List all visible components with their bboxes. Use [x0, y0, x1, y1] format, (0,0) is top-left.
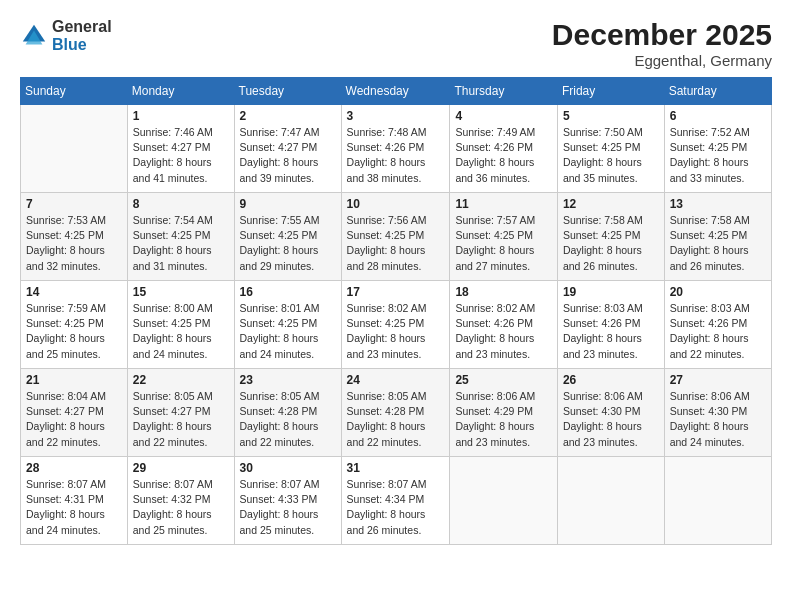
calendar-cell: 6Sunrise: 7:52 AMSunset: 4:25 PMDaylight…	[664, 105, 771, 193]
calendar-cell	[450, 457, 558, 545]
calendar-cell: 4Sunrise: 7:49 AMSunset: 4:26 PMDaylight…	[450, 105, 558, 193]
day-number: 4	[455, 109, 552, 123]
header-day-wednesday: Wednesday	[341, 78, 450, 105]
calendar-cell: 5Sunrise: 7:50 AMSunset: 4:25 PMDaylight…	[557, 105, 664, 193]
day-number: 11	[455, 197, 552, 211]
day-info: Sunrise: 8:06 AMSunset: 4:30 PMDaylight:…	[670, 389, 766, 450]
calendar-cell: 24Sunrise: 8:05 AMSunset: 4:28 PMDayligh…	[341, 369, 450, 457]
day-number: 16	[240, 285, 336, 299]
day-number: 14	[26, 285, 122, 299]
calendar-cell: 30Sunrise: 8:07 AMSunset: 4:33 PMDayligh…	[234, 457, 341, 545]
day-info: Sunrise: 7:49 AMSunset: 4:26 PMDaylight:…	[455, 125, 552, 186]
day-info: Sunrise: 7:55 AMSunset: 4:25 PMDaylight:…	[240, 213, 336, 274]
calendar-cell: 29Sunrise: 8:07 AMSunset: 4:32 PMDayligh…	[127, 457, 234, 545]
week-row-0: 1Sunrise: 7:46 AMSunset: 4:27 PMDaylight…	[21, 105, 772, 193]
calendar-cell	[557, 457, 664, 545]
day-info: Sunrise: 8:00 AMSunset: 4:25 PMDaylight:…	[133, 301, 229, 362]
day-number: 10	[347, 197, 445, 211]
day-number: 23	[240, 373, 336, 387]
day-info: Sunrise: 7:46 AMSunset: 4:27 PMDaylight:…	[133, 125, 229, 186]
day-number: 3	[347, 109, 445, 123]
day-number: 9	[240, 197, 336, 211]
calendar-cell: 11Sunrise: 7:57 AMSunset: 4:25 PMDayligh…	[450, 193, 558, 281]
calendar-cell: 22Sunrise: 8:05 AMSunset: 4:27 PMDayligh…	[127, 369, 234, 457]
day-number: 24	[347, 373, 445, 387]
day-number: 15	[133, 285, 229, 299]
calendar-cell	[21, 105, 128, 193]
day-number: 17	[347, 285, 445, 299]
day-info: Sunrise: 8:07 AMSunset: 4:33 PMDaylight:…	[240, 477, 336, 538]
logo-text: General Blue	[52, 18, 112, 53]
day-info: Sunrise: 8:06 AMSunset: 4:29 PMDaylight:…	[455, 389, 552, 450]
day-info: Sunrise: 7:54 AMSunset: 4:25 PMDaylight:…	[133, 213, 229, 274]
calendar-cell: 16Sunrise: 8:01 AMSunset: 4:25 PMDayligh…	[234, 281, 341, 369]
day-info: Sunrise: 8:05 AMSunset: 4:27 PMDaylight:…	[133, 389, 229, 450]
day-number: 7	[26, 197, 122, 211]
calendar-cell: 31Sunrise: 8:07 AMSunset: 4:34 PMDayligh…	[341, 457, 450, 545]
calendar-cell: 10Sunrise: 7:56 AMSunset: 4:25 PMDayligh…	[341, 193, 450, 281]
day-info: Sunrise: 7:47 AMSunset: 4:27 PMDaylight:…	[240, 125, 336, 186]
calendar-cell: 13Sunrise: 7:58 AMSunset: 4:25 PMDayligh…	[664, 193, 771, 281]
page: General Blue December 2025 Eggenthal, Ge…	[0, 0, 792, 612]
day-info: Sunrise: 7:58 AMSunset: 4:25 PMDaylight:…	[670, 213, 766, 274]
day-number: 18	[455, 285, 552, 299]
header-day-tuesday: Tuesday	[234, 78, 341, 105]
week-row-3: 21Sunrise: 8:04 AMSunset: 4:27 PMDayligh…	[21, 369, 772, 457]
calendar-cell: 23Sunrise: 8:05 AMSunset: 4:28 PMDayligh…	[234, 369, 341, 457]
day-info: Sunrise: 7:59 AMSunset: 4:25 PMDaylight:…	[26, 301, 122, 362]
day-number: 8	[133, 197, 229, 211]
header: General Blue December 2025 Eggenthal, Ge…	[20, 18, 772, 69]
day-number: 26	[563, 373, 659, 387]
day-info: Sunrise: 7:50 AMSunset: 4:25 PMDaylight:…	[563, 125, 659, 186]
calendar-cell: 25Sunrise: 8:06 AMSunset: 4:29 PMDayligh…	[450, 369, 558, 457]
day-number: 1	[133, 109, 229, 123]
calendar-cell: 12Sunrise: 7:58 AMSunset: 4:25 PMDayligh…	[557, 193, 664, 281]
calendar-cell: 27Sunrise: 8:06 AMSunset: 4:30 PMDayligh…	[664, 369, 771, 457]
calendar-cell: 28Sunrise: 8:07 AMSunset: 4:31 PMDayligh…	[21, 457, 128, 545]
calendar-cell: 2Sunrise: 7:47 AMSunset: 4:27 PMDaylight…	[234, 105, 341, 193]
calendar-cell: 17Sunrise: 8:02 AMSunset: 4:25 PMDayligh…	[341, 281, 450, 369]
logo-icon	[20, 22, 48, 50]
day-info: Sunrise: 8:06 AMSunset: 4:30 PMDaylight:…	[563, 389, 659, 450]
day-number: 31	[347, 461, 445, 475]
day-info: Sunrise: 8:05 AMSunset: 4:28 PMDaylight:…	[240, 389, 336, 450]
day-info: Sunrise: 7:48 AMSunset: 4:26 PMDaylight:…	[347, 125, 445, 186]
day-info: Sunrise: 8:07 AMSunset: 4:34 PMDaylight:…	[347, 477, 445, 538]
day-info: Sunrise: 8:07 AMSunset: 4:32 PMDaylight:…	[133, 477, 229, 538]
day-number: 19	[563, 285, 659, 299]
logo: General Blue	[20, 18, 112, 53]
week-row-1: 7Sunrise: 7:53 AMSunset: 4:25 PMDaylight…	[21, 193, 772, 281]
calendar-cell: 9Sunrise: 7:55 AMSunset: 4:25 PMDaylight…	[234, 193, 341, 281]
calendar-cell: 14Sunrise: 7:59 AMSunset: 4:25 PMDayligh…	[21, 281, 128, 369]
calendar-cell	[664, 457, 771, 545]
day-number: 22	[133, 373, 229, 387]
calendar-cell: 15Sunrise: 8:00 AMSunset: 4:25 PMDayligh…	[127, 281, 234, 369]
day-number: 2	[240, 109, 336, 123]
header-day-saturday: Saturday	[664, 78, 771, 105]
logo-line1: General	[52, 18, 112, 36]
calendar-table: SundayMondayTuesdayWednesdayThursdayFrid…	[20, 77, 772, 545]
header-day-sunday: Sunday	[21, 78, 128, 105]
calendar-cell: 3Sunrise: 7:48 AMSunset: 4:26 PMDaylight…	[341, 105, 450, 193]
calendar-cell: 20Sunrise: 8:03 AMSunset: 4:26 PMDayligh…	[664, 281, 771, 369]
day-number: 13	[670, 197, 766, 211]
day-number: 30	[240, 461, 336, 475]
day-number: 12	[563, 197, 659, 211]
day-info: Sunrise: 7:52 AMSunset: 4:25 PMDaylight:…	[670, 125, 766, 186]
day-info: Sunrise: 8:07 AMSunset: 4:31 PMDaylight:…	[26, 477, 122, 538]
day-info: Sunrise: 8:04 AMSunset: 4:27 PMDaylight:…	[26, 389, 122, 450]
calendar-cell: 21Sunrise: 8:04 AMSunset: 4:27 PMDayligh…	[21, 369, 128, 457]
header-row: SundayMondayTuesdayWednesdayThursdayFrid…	[21, 78, 772, 105]
day-number: 25	[455, 373, 552, 387]
page-subtitle: Eggenthal, Germany	[552, 52, 772, 69]
calendar-cell: 1Sunrise: 7:46 AMSunset: 4:27 PMDaylight…	[127, 105, 234, 193]
day-info: Sunrise: 7:56 AMSunset: 4:25 PMDaylight:…	[347, 213, 445, 274]
day-info: Sunrise: 8:03 AMSunset: 4:26 PMDaylight:…	[670, 301, 766, 362]
day-info: Sunrise: 7:57 AMSunset: 4:25 PMDaylight:…	[455, 213, 552, 274]
calendar-cell: 18Sunrise: 8:02 AMSunset: 4:26 PMDayligh…	[450, 281, 558, 369]
day-info: Sunrise: 8:05 AMSunset: 4:28 PMDaylight:…	[347, 389, 445, 450]
day-info: Sunrise: 8:02 AMSunset: 4:25 PMDaylight:…	[347, 301, 445, 362]
calendar-cell: 8Sunrise: 7:54 AMSunset: 4:25 PMDaylight…	[127, 193, 234, 281]
header-day-monday: Monday	[127, 78, 234, 105]
day-number: 20	[670, 285, 766, 299]
